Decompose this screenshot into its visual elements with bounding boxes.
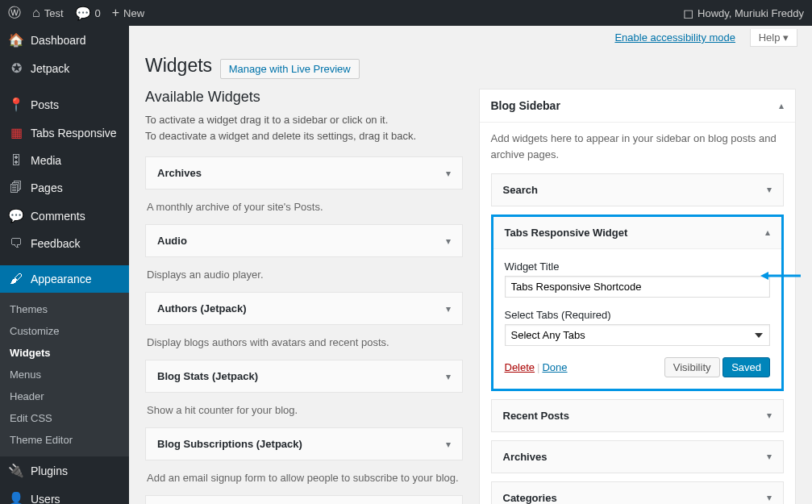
available-heading: Available Widgets [145,89,463,106]
submenu-edit-css[interactable]: Edit CSS [0,407,129,429]
plus-icon: + [112,6,119,20]
menu-jetpack[interactable]: ✪Jetpack [0,54,129,82]
avatar-icon: ◻ [683,6,693,21]
chevron-down-icon: ▾ [767,492,772,504]
admin-bar: ⓦ ⌂Test 💬0 +New ◻Howdy, Muriuki Freddy [0,0,812,26]
plugins-icon: 🔌 [8,463,24,478]
widget-archives[interactable]: Archives▾ [145,156,463,190]
placed-widget-recent-posts[interactable]: Recent Posts▾ [491,399,785,432]
chevron-up-icon: ▴ [765,227,770,239]
menu-comments[interactable]: 💬Comments [0,202,129,230]
blog-sidebar-area: Blog Sidebar ▴ Add widgets here to appea… [479,89,797,504]
pin-icon: 📍 [8,97,24,112]
svg-marker-1 [760,272,768,280]
comment-count: 0 [95,7,101,19]
wp-logo[interactable]: ⓦ [8,5,21,22]
widget-calendar[interactable]: Calendar▾ [145,495,463,504]
new-label: New [123,7,144,19]
menu-label: Comments [31,210,85,223]
menu-feedback[interactable]: 🗨Feedback [0,230,129,257]
widget-title: Recent Posts [503,410,569,422]
submenu-customize[interactable]: Customize [0,320,129,342]
appearance-submenu: Themes Customize Widgets Menus Header Ed… [0,293,129,456]
placed-widget-categories[interactable]: Categories▾ [491,481,785,504]
submenu-themes[interactable]: Themes [0,298,129,320]
menu-plugins[interactable]: 🔌Plugins [0,456,129,485]
menu-label: Tabs Responsive [31,127,117,140]
select-tabs-dropdown[interactable]: Select Any Tabs [505,324,771,346]
widget-audio[interactable]: Audio▾ [145,224,463,257]
comments-link[interactable]: 💬0 [75,6,101,21]
live-preview-button[interactable]: Manage with Live Preview [220,59,360,79]
jetpack-icon: ✪ [8,60,24,76]
widget-title: Authors (Jetpack) [157,302,247,314]
placed-widget-tabs-responsive: Tabs Responsive Widget▴ Widget Title Sel… [493,217,782,389]
sidebar-areas-col: Blog Sidebar ▴ Add widgets here to appea… [479,89,797,504]
users-icon: 👤 [8,491,24,504]
chevron-down-icon: ▾ [446,168,451,179]
brush-icon: 🖌 [8,272,24,286]
chevron-down-icon: ▾ [446,371,451,382]
widget-title: Blog Stats (Jetpack) [157,370,258,382]
new-link[interactable]: +New [112,6,144,20]
dashboard-icon: 🏠 [8,32,24,48]
widget-authors[interactable]: Authors (Jetpack)▾ [145,292,463,325]
menu-label: Feedback [31,237,80,250]
home-icon: ⌂ [32,6,40,20]
content-area: Enable accessibility mode Help ▾ Widgets… [129,26,812,504]
site-link[interactable]: ⌂Test [32,6,64,20]
account-link[interactable]: ◻Howdy, Muriuki Freddy [683,6,804,21]
menu-pages[interactable]: 🗐Pages [0,174,129,202]
widget-title: Categories [503,492,557,504]
wordpress-icon: ⓦ [8,5,21,22]
menu-label: Appearance [31,273,92,285]
menu-dashboard[interactable]: 🏠Dashboard [0,26,129,54]
menu-appearance[interactable]: 🖌Appearance [0,265,129,293]
comments-icon: 💬 [8,208,24,223]
widget-title: Blog Subscriptions (Jetpack) [157,438,302,450]
menu-users[interactable]: 👤Users [0,485,129,504]
menu-posts[interactable]: 📍Posts [0,90,129,119]
submenu-header[interactable]: Header [0,385,129,407]
menu-tabs-responsive[interactable]: ▦Tabs Responsive [0,119,129,147]
widget-title: Archives [157,167,202,179]
placed-widget-archives[interactable]: Archives▾ [491,440,785,473]
saved-button[interactable]: Saved [722,357,770,377]
submenu-widgets[interactable]: Widgets [0,342,129,364]
area-desc: Add widgets here to appear in your sideb… [491,131,785,162]
chevron-up-icon: ▴ [779,100,784,111]
area-title: Blog Sidebar [491,99,560,112]
area-head[interactable]: Blog Sidebar ▴ [480,90,796,123]
pages-icon: 🗐 [8,181,24,195]
chevron-down-icon: ▾ [446,439,451,450]
widget-blog-subscriptions[interactable]: Blog Subscriptions (Jetpack)▾ [145,427,463,460]
menu-media[interactable]: 🎛Media [0,147,129,174]
widget-desc: Display blogs authors with avatars and r… [145,331,463,360]
menu-label: Dashboard [31,34,86,47]
delete-link[interactable]: Delete [505,361,535,373]
chevron-down-icon: ▾ [767,184,772,196]
feedback-icon: 🗨 [8,236,24,251]
visibility-button[interactable]: Visibility [664,357,720,377]
widget-title: Search [503,184,538,196]
tabs-icon: ▦ [8,125,24,140]
accessibility-link[interactable]: Enable accessibility mode [614,31,735,44]
submenu-theme-editor[interactable]: Theme Editor [0,429,129,451]
widget-title-input[interactable] [505,276,771,298]
widget-desc: Add an email signup form to allow people… [145,467,463,495]
menu-label: Jetpack [31,62,69,75]
menu-label: Media [31,154,61,167]
widget-desc: Displays an audio player. [145,264,463,292]
widget-title: Audio [157,235,187,247]
highlighted-widget: Tabs Responsive Widget▴ Widget Title Sel… [491,215,785,391]
menu-label: Plugins [31,464,68,477]
help-button[interactable]: Help ▾ [750,29,797,47]
placed-widget-search[interactable]: Search▾ [491,173,785,206]
done-link[interactable]: Done [542,361,567,373]
submenu-menus[interactable]: Menus [0,364,129,385]
widget-head[interactable]: Tabs Responsive Widget▴ [493,217,782,249]
screen-meta: Enable accessibility mode Help ▾ [129,26,812,47]
chevron-down-icon: ▾ [446,235,451,247]
chevron-down-icon: ▾ [767,410,772,422]
widget-blog-stats[interactable]: Blog Stats (Jetpack)▾ [145,360,463,393]
